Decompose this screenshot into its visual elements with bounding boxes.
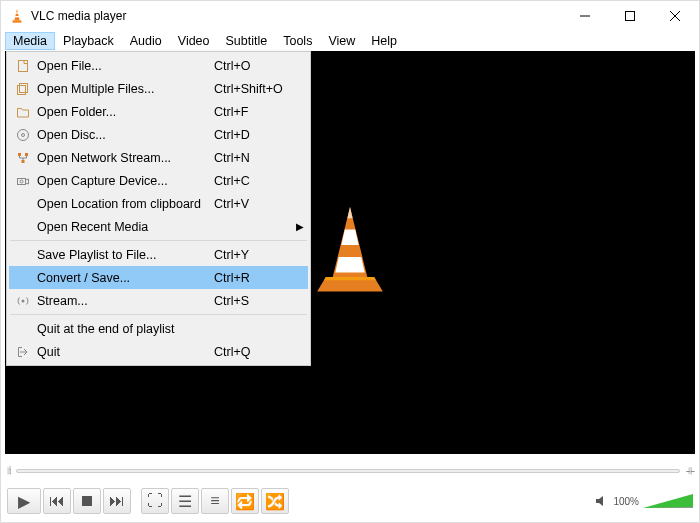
svg-rect-14	[19, 60, 28, 71]
disc-icon	[13, 128, 33, 142]
maximize-button[interactable]	[607, 2, 652, 30]
menu-item-label: Quit	[33, 345, 214, 359]
svg-marker-11	[335, 257, 364, 273]
menu-item-shortcut: Ctrl+N	[214, 151, 304, 165]
svg-rect-3	[13, 20, 22, 22]
menu-item-quit[interactable]: QuitCtrl+Q	[9, 340, 308, 363]
menu-item-open-folder[interactable]: Open Folder...Ctrl+F	[9, 100, 308, 123]
menu-item-label: Quit at the end of playlist	[33, 322, 214, 336]
menu-subtitle[interactable]: Subtitle	[218, 32, 276, 50]
svg-point-23	[20, 180, 23, 183]
menu-item-convert-save[interactable]: Convert / Save...Ctrl+R	[9, 266, 308, 289]
app-icon	[9, 8, 25, 24]
menu-item-shortcut: Ctrl+O	[214, 59, 304, 73]
seek-end-knob[interactable]: --⦀--	[686, 465, 693, 477]
svg-point-24	[22, 299, 25, 302]
menu-tools[interactable]: Tools	[275, 32, 320, 50]
svg-marker-13	[324, 276, 376, 279]
menu-playback[interactable]: Playback	[55, 32, 122, 50]
svg-rect-2	[15, 16, 20, 17]
svg-rect-19	[18, 153, 21, 156]
svg-rect-15	[18, 85, 26, 94]
menu-item-label: Open File...	[33, 59, 214, 73]
menu-item-quit-at-the-end-of-playlist[interactable]: Quit at the end of playlist	[9, 317, 308, 340]
svg-marker-26	[643, 494, 693, 508]
seek-track[interactable]	[16, 469, 680, 473]
svg-rect-16	[20, 83, 28, 92]
svg-marker-25	[596, 496, 603, 506]
menu-item-label: Open Location from clipboard	[33, 197, 214, 211]
menu-item-label: Stream...	[33, 294, 214, 308]
menu-item-open-file[interactable]: Open File...Ctrl+O	[9, 54, 308, 77]
extended-settings-button[interactable]: ☰	[171, 488, 199, 514]
menu-item-label: Save Playlist to File...	[33, 248, 214, 262]
svg-rect-5	[625, 12, 634, 21]
fullscreen-button[interactable]: ⛶	[141, 488, 169, 514]
menu-item-label: Open Network Stream...	[33, 151, 214, 165]
minimize-button[interactable]	[562, 2, 607, 30]
menu-item-shortcut: Ctrl+D	[214, 128, 304, 142]
app-window: VLC media player Media Playback Audio Vi…	[0, 0, 700, 523]
seek-bar-row: ⦀⋮ --⦀--	[7, 462, 693, 480]
menubar: Media Playback Audio Video Subtitle Tool…	[1, 31, 699, 51]
stop-button[interactable]: ⏹	[73, 488, 101, 514]
volume-slider[interactable]	[643, 492, 693, 510]
shuffle-button[interactable]: 🔀	[261, 488, 289, 514]
play-button[interactable]: ▶	[7, 488, 41, 514]
menu-item-label: Open Multiple Files...	[33, 82, 214, 96]
capture-icon	[13, 174, 33, 188]
window-title: VLC media player	[31, 9, 562, 23]
menu-item-open-network-stream[interactable]: Open Network Stream...Ctrl+N	[9, 146, 308, 169]
menu-item-shortcut: Ctrl+R	[214, 271, 304, 285]
menu-audio[interactable]: Audio	[122, 32, 170, 50]
media-dropdown-menu: Open File...Ctrl+OOpen Multiple Files...…	[6, 51, 311, 366]
vlc-cone-logo	[305, 203, 395, 302]
menu-help[interactable]: Help	[363, 32, 405, 50]
network-icon	[13, 151, 33, 165]
menu-item-shortcut: Ctrl+S	[214, 294, 304, 308]
prev-button[interactable]: ⏮	[43, 488, 71, 514]
close-button[interactable]	[652, 2, 697, 30]
playback-controls: ▶ ⏮ ⏹ ⏭ ⛶ ☰ ≡ 🔁 🔀 100%	[7, 486, 693, 516]
menu-view[interactable]: View	[320, 32, 363, 50]
quit-icon	[13, 345, 33, 359]
menu-item-label: Open Folder...	[33, 105, 214, 119]
svg-point-17	[18, 129, 29, 140]
volume-control[interactable]: 100%	[595, 492, 693, 510]
menu-item-label: Open Recent Media	[33, 220, 204, 234]
stream-icon	[13, 294, 33, 308]
menu-item-shortcut: Ctrl+Shift+O	[214, 82, 304, 96]
speaker-icon	[595, 494, 609, 508]
menu-video[interactable]: Video	[170, 32, 218, 50]
menu-item-open-disc[interactable]: Open Disc...Ctrl+D	[9, 123, 308, 146]
menu-item-stream[interactable]: Stream...Ctrl+S	[9, 289, 308, 312]
loop-button[interactable]: 🔁	[231, 488, 259, 514]
svg-rect-22	[18, 178, 26, 184]
menu-item-open-location-from-clipboard[interactable]: Open Location from clipboardCtrl+V	[9, 192, 308, 215]
svg-point-18	[22, 133, 25, 136]
menu-item-shortcut: Ctrl+F	[214, 105, 304, 119]
files-icon	[13, 82, 33, 96]
seek-start-knob[interactable]: ⦀⋮	[7, 465, 10, 477]
menu-item-open-recent-media[interactable]: Open Recent Media▶	[9, 215, 308, 238]
svg-rect-1	[15, 12, 19, 13]
menu-item-label: Convert / Save...	[33, 271, 214, 285]
svg-rect-21	[22, 160, 25, 163]
file-icon	[13, 59, 33, 73]
menu-item-open-capture-device[interactable]: Open Capture Device...Ctrl+C	[9, 169, 308, 192]
menu-item-save-playlist-to-file[interactable]: Save Playlist to File...Ctrl+Y	[9, 243, 308, 266]
menu-media[interactable]: Media	[5, 32, 55, 50]
svg-marker-9	[347, 206, 352, 217]
menu-item-shortcut: Ctrl+V	[214, 197, 304, 211]
menu-item-open-multiple-files[interactable]: Open Multiple Files...Ctrl+Shift+O	[9, 77, 308, 100]
menu-item-shortcut: Ctrl+C	[214, 174, 304, 188]
next-button[interactable]: ⏭	[103, 488, 131, 514]
svg-marker-0	[14, 9, 19, 21]
menu-item-label: Open Disc...	[33, 128, 214, 142]
menu-item-shortcut: Ctrl+Q	[214, 345, 304, 359]
playlist-button[interactable]: ≡	[201, 488, 229, 514]
submenu-arrow-icon: ▶	[294, 221, 304, 232]
volume-label: 100%	[613, 496, 639, 507]
svg-rect-20	[25, 153, 28, 156]
menu-item-label: Open Capture Device...	[33, 174, 214, 188]
